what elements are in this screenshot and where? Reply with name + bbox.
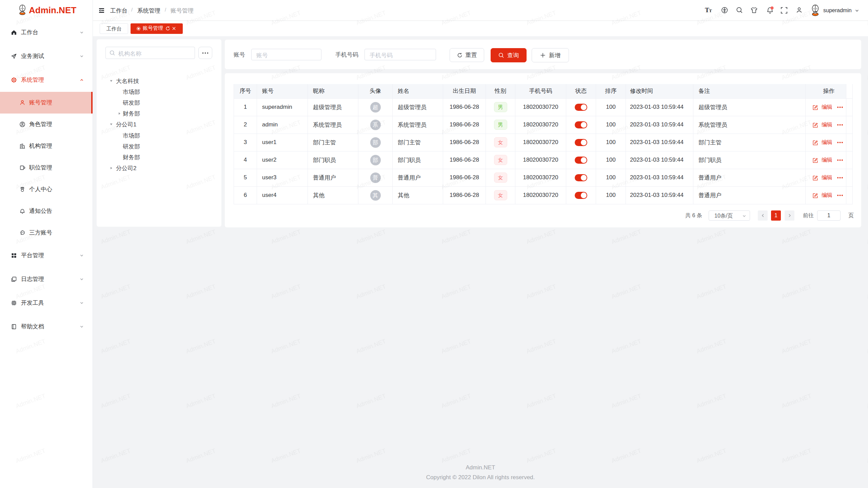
svg-text:T: T bbox=[709, 8, 712, 13]
